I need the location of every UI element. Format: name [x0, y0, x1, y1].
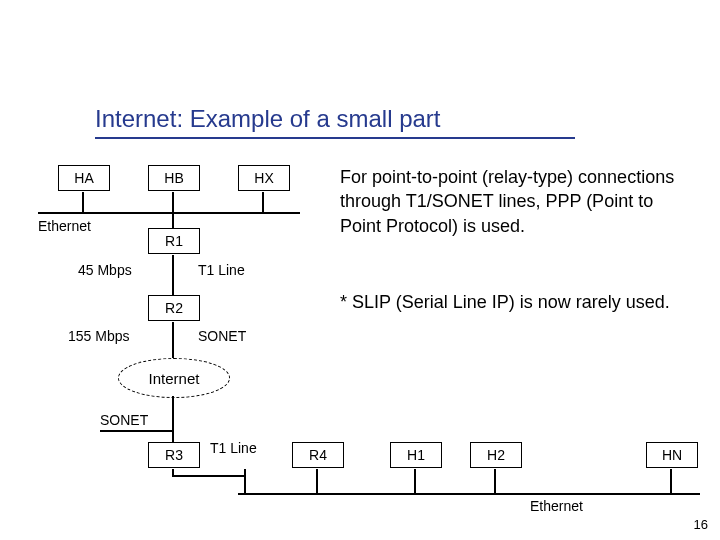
- rate-45: 45 Mbps: [78, 262, 132, 278]
- link-r2-internet: [172, 322, 174, 358]
- tap-r3: [172, 430, 174, 442]
- tap-r1: [172, 214, 174, 228]
- link-r1-r2: [172, 255, 174, 295]
- sonet-label-b: SONET: [100, 412, 148, 428]
- node-ha: HA: [58, 165, 110, 191]
- link-internet-sonet: [172, 396, 174, 430]
- internet-label: Internet: [149, 370, 200, 387]
- node-hx: HX: [238, 165, 290, 191]
- node-r2: R2: [148, 295, 200, 321]
- node-r4: R4: [292, 442, 344, 468]
- node-h2: H2: [470, 442, 522, 468]
- node-hb: HB: [148, 165, 200, 191]
- stub-h2: [494, 469, 496, 493]
- ethernet-label-bottom: Ethernet: [530, 498, 583, 514]
- rate-155: 155 Mbps: [68, 328, 129, 344]
- node-r1: R1: [148, 228, 200, 254]
- t1-label-a: T1 Line: [198, 262, 245, 278]
- sonet-label-a: SONET: [198, 328, 246, 344]
- r3-r4-link: [172, 475, 244, 477]
- stub-r4-down: [316, 469, 318, 493]
- ethernet-line-bottom: [238, 493, 700, 495]
- stub-ha: [82, 192, 84, 212]
- sonet-line: [100, 430, 172, 432]
- ethernet-line-top: [38, 212, 300, 214]
- node-r3: R3: [148, 442, 200, 468]
- node-h1: H1: [390, 442, 442, 468]
- page-title: Internet: Example of a small part: [95, 105, 575, 139]
- stub-hx: [262, 192, 264, 212]
- stub-hb: [172, 192, 174, 212]
- stub-h1: [414, 469, 416, 493]
- paragraph-ppp: For point-to-point (relay-type) connecti…: [340, 165, 690, 238]
- link-mid-down: [244, 469, 246, 493]
- ethernet-label-top: Ethernet: [38, 218, 91, 234]
- node-hn: HN: [646, 442, 698, 468]
- t1-label-b: T1 Line: [210, 440, 257, 456]
- page-number: 16: [694, 517, 708, 532]
- paragraph-slip: * SLIP (Serial Line IP) is now rarely us…: [340, 290, 690, 314]
- stub-hn: [670, 469, 672, 493]
- internet-cloud: Internet: [118, 358, 230, 398]
